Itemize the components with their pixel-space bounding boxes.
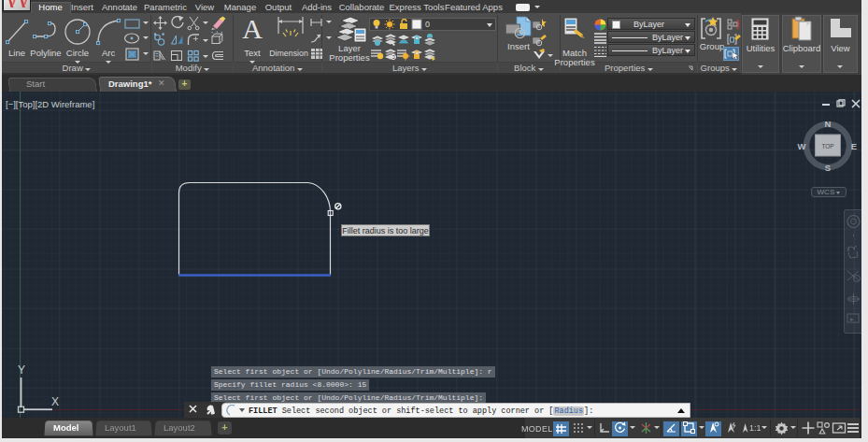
svg-text:X: X — [51, 395, 59, 408]
svg-text:0: 0 — [425, 20, 430, 29]
svg-text:Y: Y — [18, 364, 25, 377]
